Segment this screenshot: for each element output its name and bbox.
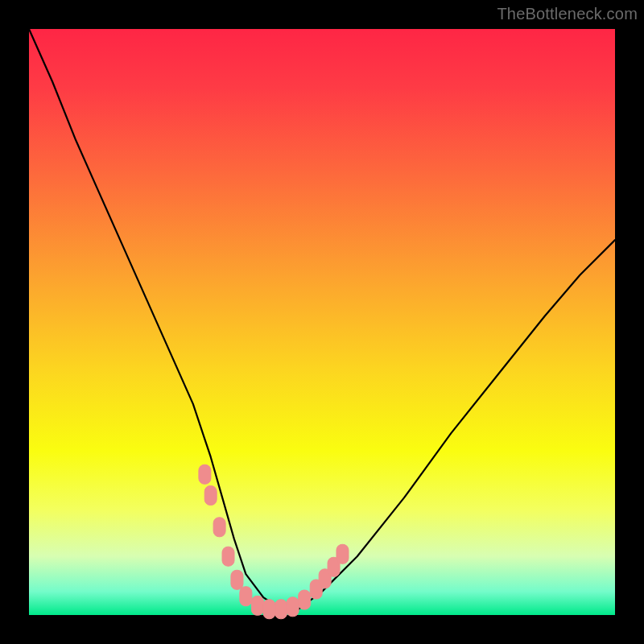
valley-marker xyxy=(199,464,211,484)
valley-marker xyxy=(275,600,287,619)
valley-marker xyxy=(263,600,275,619)
valley-markers xyxy=(199,464,349,618)
valley-marker xyxy=(287,597,299,617)
valley-marker xyxy=(222,547,234,566)
valley-marker xyxy=(299,590,311,609)
valley-marker xyxy=(213,518,225,537)
valley-marker xyxy=(336,544,349,564)
valley-marker xyxy=(240,587,252,606)
chart-stage: TheBottleneck.com xyxy=(0,0,644,644)
valley-marker xyxy=(231,570,243,589)
valley-marker xyxy=(204,485,217,505)
watermark-text: TheBottleneck.com xyxy=(497,5,638,23)
curve-svg xyxy=(29,29,615,615)
bottleneck-curve xyxy=(29,29,615,609)
valley-marker xyxy=(251,596,263,615)
